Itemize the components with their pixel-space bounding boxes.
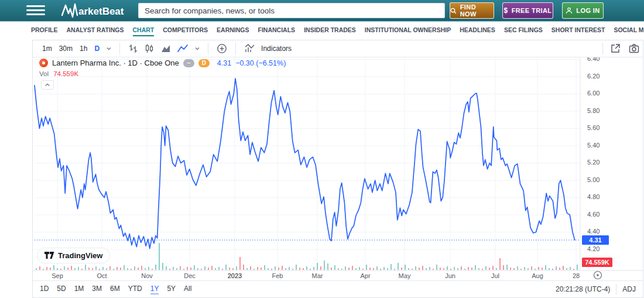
- free-trial-label: FREE TRIAL: [512, 7, 552, 14]
- tab-headlines[interactable]: HEADLINES: [460, 26, 495, 36]
- camera-snapshot-icon[interactable]: [628, 43, 640, 54]
- chart-type-chevron-down-icon[interactable]: [194, 46, 200, 51]
- tab-analyst-ratings[interactable]: ANALYST RATINGS: [67, 26, 124, 36]
- volume-row: Vol 74.559K: [39, 70, 78, 77]
- interval-1d[interactable]: D: [94, 44, 100, 53]
- indicators-icon[interactable]: [244, 43, 255, 54]
- svg-text:4.80: 4.80: [587, 193, 600, 200]
- volume-value: 74.559K: [53, 70, 78, 77]
- svg-text:4.40: 4.40: [587, 228, 600, 235]
- candles-chart-type-icon[interactable]: [144, 43, 155, 54]
- logo-pulse-icon: [62, 4, 77, 17]
- hamburger-menu-icon[interactable]: [26, 5, 45, 16]
- tab-short-interest[interactable]: SHORT INTEREST: [551, 26, 605, 36]
- indicators-label[interactable]: Indicators: [261, 44, 292, 53]
- chevron-up-icon: [44, 83, 50, 87]
- tab-earnings[interactable]: EARNINGS: [217, 26, 249, 36]
- svg-text:4.31: 4.31: [589, 237, 601, 244]
- axis-settings-icon[interactable]: [594, 272, 602, 279]
- range-1y[interactable]: 1Y: [150, 285, 159, 294]
- search-input[interactable]: [138, 3, 445, 18]
- range-6m[interactable]: 6M: [110, 285, 120, 294]
- svg-text:Sep: Sep: [52, 272, 63, 279]
- logo-text: arketBeat: [78, 6, 124, 17]
- interval-30m[interactable]: 30m: [59, 44, 73, 53]
- company-logo: [39, 59, 48, 67]
- toolbar-separator: [208, 43, 208, 54]
- log-in-button[interactable]: LOG IN: [562, 2, 604, 19]
- tradingview-logo-icon: [44, 252, 54, 259]
- line-chart-type-icon[interactable]: [177, 44, 189, 53]
- find-now-button[interactable]: FIND NOW: [450, 2, 494, 19]
- range-all[interactable]: All: [184, 285, 191, 294]
- log-in-label: LOG IN: [576, 7, 600, 14]
- interval-1h[interactable]: 1h: [80, 44, 87, 53]
- tradingview-attribution[interactable]: TradingView: [37, 248, 110, 263]
- tab-competitors[interactable]: COMPETITORS: [163, 26, 208, 36]
- volume-bars: [36, 243, 578, 270]
- toolbar-right-separator: [602, 43, 603, 54]
- svg-text:4.20: 4.20: [587, 245, 600, 252]
- svg-text:Dec: Dec: [184, 272, 196, 279]
- bottom-separator: [616, 284, 616, 294]
- symbol-title: Lantern Pharma Inc. · 1D · Cboe One: [52, 59, 179, 67]
- svg-text:Jul: Jul: [491, 272, 499, 279]
- svg-text:Oct: Oct: [97, 272, 107, 279]
- price-line: [35, 78, 575, 249]
- tab-chart[interactable]: CHART: [133, 26, 155, 36]
- free-trial-button[interactable]: $ FREE TRIAL: [502, 2, 553, 19]
- chart-widget: 6.40 6.20 6.00 5.80 5.60 5.40 5.20 5.00 …: [32, 40, 643, 298]
- interval-1m[interactable]: 1m: [42, 44, 52, 53]
- price-axis-labels: 6.40 6.20 6.00 5.80 5.60 5.40 5.20 5.00 …: [587, 55, 600, 252]
- compare-add-icon[interactable]: [216, 43, 228, 54]
- tradingview-name: TradingView: [58, 251, 102, 260]
- open-external-icon[interactable]: [609, 43, 621, 54]
- range-1d[interactable]: 1D: [40, 285, 49, 294]
- search-icon: [450, 8, 457, 14]
- tab-financials[interactable]: FINANCIALS: [258, 26, 296, 36]
- legend-interval-pill[interactable]: D: [198, 59, 210, 67]
- tab-sec-filings[interactable]: SEC FILINGS: [504, 26, 543, 36]
- svg-text:5.00: 5.00: [587, 176, 600, 183]
- svg-text:4.60: 4.60: [587, 211, 600, 218]
- price-chart-canvas[interactable]: 6.40 6.20 6.00 5.80 5.60 5.40 5.20 5.00 …: [33, 40, 643, 297]
- interval-chevron-down-icon[interactable]: [106, 46, 112, 51]
- svg-text:Mar: Mar: [312, 272, 323, 279]
- tab-insider-trades[interactable]: INSIDER TRADES: [304, 26, 356, 36]
- site-header: arketBeat FIND NOW $ FREE TRIAL LOG IN: [0, 0, 644, 22]
- tab-institutional-ownership[interactable]: INSTITUTIONAL OWNERSHIP: [365, 26, 451, 36]
- marketbeat-logo[interactable]: arketBeat: [60, 3, 148, 18]
- tab-profile[interactable]: PROFILE: [31, 26, 58, 36]
- range-1m[interactable]: 1M: [74, 285, 84, 294]
- time-axis-labels: Sep Oct Nov Dec 2023 Feb Mar Apr May Jun…: [52, 272, 580, 279]
- toolbar-separator: [235, 43, 236, 54]
- ticker-nav: PROFILE ANALYST RATINGS CHART COMPETITOR…: [0, 23, 644, 39]
- bars-chart-type-icon[interactable]: [128, 43, 138, 54]
- svg-text:5.40: 5.40: [587, 142, 600, 149]
- symbol-legend: Lantern Pharma Inc. · 1D · Cboe One – D …: [39, 59, 286, 67]
- svg-text:74.559K: 74.559K: [585, 259, 609, 266]
- tab-social-media[interactable]: SOCIAL MEDIA: [614, 26, 644, 36]
- clock-timezone[interactable]: 20:21:28 (UTC-4): [556, 285, 610, 293]
- legend-collapse-pill[interactable]: –: [183, 59, 194, 67]
- svg-text:5.60: 5.60: [587, 124, 600, 131]
- horizontal-gridlines: [35, 60, 580, 250]
- chart-bottom-bar: 1D 5D 1M 3M 6M YTD 1Y 5Y All 20:21:28 (U…: [33, 280, 643, 297]
- range-3m[interactable]: 3M: [92, 285, 102, 294]
- range-ytd[interactable]: YTD: [128, 285, 142, 294]
- range-5y[interactable]: 5Y: [167, 285, 176, 294]
- area-chart-type-icon[interactable]: [160, 43, 171, 54]
- last-price-value: 4.31: [217, 59, 231, 67]
- chart-toolbar: 1m 30m 1h D: [33, 40, 643, 57]
- adj-toggle[interactable]: ADJ: [622, 285, 636, 293]
- find-now-label: FIND NOW: [460, 4, 494, 18]
- svg-text:6.20: 6.20: [587, 73, 600, 80]
- dollar-icon: $: [504, 6, 508, 15]
- price-change-value: −0.30 (−6.51%): [235, 59, 286, 67]
- range-5d[interactable]: 5D: [57, 285, 66, 294]
- svg-text:Feb: Feb: [272, 272, 283, 279]
- volume-badge: 74.559K: [582, 258, 612, 267]
- svg-text:28: 28: [573, 272, 580, 279]
- legend-collapse-button[interactable]: [41, 80, 54, 90]
- svg-text:6.00: 6.00: [587, 90, 600, 97]
